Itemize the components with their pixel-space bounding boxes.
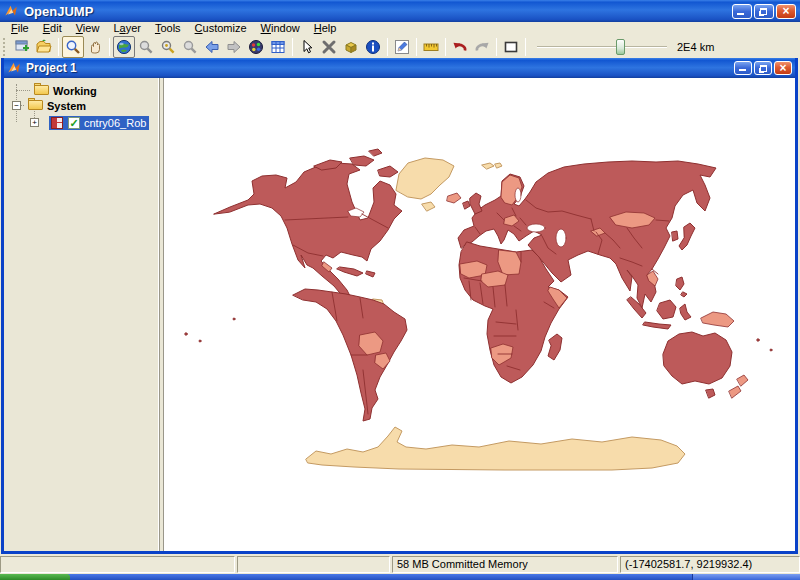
redo-button[interactable]	[471, 36, 493, 58]
main-titlebar: OpenJUMP ×	[0, 0, 800, 22]
change-styles-button[interactable]	[245, 36, 267, 58]
scale-control: 2E4 km	[537, 38, 714, 56]
info-icon	[365, 39, 381, 55]
attribute-table-button[interactable]	[267, 36, 289, 58]
layer-name: cntry06_Rob	[84, 117, 146, 129]
open-project-button[interactable]	[33, 36, 55, 58]
new-project-icon	[14, 39, 30, 55]
restore-button[interactable]	[754, 4, 774, 19]
toolbar-separator	[387, 38, 388, 56]
main-toolbar: 2E4 km	[0, 35, 800, 59]
toolbar-grip[interactable]	[3, 38, 8, 56]
zoom-previous-arrow-icon	[204, 39, 220, 55]
windows-taskbar[interactable]	[0, 574, 800, 580]
zoom-next-button[interactable]	[223, 36, 245, 58]
undo-icon	[452, 39, 468, 55]
zoom-tool-button[interactable]	[62, 36, 84, 58]
undo-button[interactable]	[449, 36, 471, 58]
window-title: OpenJUMP	[24, 4, 93, 19]
map-ireland	[463, 201, 470, 209]
edit-toggle-button[interactable]	[391, 36, 413, 58]
minimize-button[interactable]	[732, 4, 752, 19]
project-close-button[interactable]: ×	[774, 61, 792, 75]
layer-tree-panel: Working − System + ✓ cntry06_Rob	[4, 78, 159, 551]
layer-style-swatch-icon	[51, 117, 63, 129]
select-window-icon	[503, 39, 519, 55]
openjump-logo-icon	[7, 61, 22, 75]
fence-tool-button[interactable]	[318, 36, 340, 58]
project-minimize-button[interactable]	[734, 61, 752, 75]
map-japan	[679, 223, 695, 250]
zoom-realtime-button[interactable]	[157, 36, 179, 58]
info-tool-button[interactable]	[362, 36, 384, 58]
open-project-icon	[36, 39, 52, 55]
status-cell-empty	[237, 556, 390, 573]
project-restore-button[interactable]	[754, 61, 772, 75]
select-cursor-icon	[299, 39, 315, 55]
zoom-full-extent-button[interactable]	[113, 36, 135, 58]
tree-guide	[16, 90, 30, 91]
pan-hand-icon	[87, 39, 103, 55]
map-australia	[663, 332, 732, 384]
measure-tool-button[interactable]	[420, 36, 442, 58]
folder-icon	[34, 85, 49, 96]
project-window: Project 1 × Working −	[1, 58, 798, 554]
map-new-guinea	[701, 312, 734, 327]
slider-thumb[interactable]	[616, 39, 625, 55]
status-cell-empty	[0, 556, 235, 573]
menu-customize[interactable]: Customize	[188, 22, 254, 35]
tree-layer-row[interactable]: + ✓ cntry06_Rob	[30, 115, 149, 130]
close-button[interactable]: ×	[776, 4, 796, 19]
map-baltic-sea	[515, 188, 521, 202]
zoom-last-icon	[182, 39, 198, 55]
openjump-logo-icon	[4, 4, 19, 18]
map-sulawesi	[680, 304, 691, 320]
menu-window[interactable]: Window	[254, 22, 307, 35]
layer-selection[interactable]: ✓ cntry06_Rob	[49, 116, 149, 130]
map-madagascar	[548, 334, 562, 360]
redo-icon	[474, 39, 490, 55]
new-project-button[interactable]	[11, 36, 33, 58]
start-button[interactable]	[0, 574, 70, 580]
menu-help[interactable]: Help	[307, 22, 344, 35]
zoom-next-arrow-icon	[226, 39, 242, 55]
pan-tool-button[interactable]	[84, 36, 106, 58]
map-greenland	[396, 158, 454, 199]
feature-info-button[interactable]	[340, 36, 362, 58]
measure-ruler-icon	[423, 39, 439, 55]
zoom-last-button[interactable]	[179, 36, 201, 58]
scale-slider[interactable]	[537, 38, 667, 56]
collapse-expander-icon[interactable]: −	[12, 101, 21, 110]
select-window-button[interactable]	[500, 36, 522, 58]
zoom-icon	[65, 39, 81, 55]
system-tray	[692, 574, 800, 580]
status-coordinates: (-17402581.7, 9219932.4)	[620, 556, 800, 573]
menu-tools[interactable]: Tools	[148, 22, 188, 35]
expand-expander-icon[interactable]: +	[30, 118, 39, 127]
menu-file[interactable]: File	[4, 22, 36, 35]
layer-visibility-checkbox[interactable]: ✓	[68, 117, 80, 129]
menu-edit[interactable]: Edit	[36, 22, 69, 35]
toolbar-separator	[416, 38, 417, 56]
toolbar-separator	[496, 38, 497, 56]
change-styles-palette-icon	[248, 39, 264, 55]
map-java	[643, 322, 671, 329]
toolbar-separator	[109, 38, 110, 56]
map-black-sea	[527, 224, 545, 232]
fence-icon	[321, 39, 337, 55]
map-niger-chad	[481, 271, 508, 287]
menu-layer[interactable]: Layer	[106, 22, 148, 35]
map-philippines	[676, 277, 684, 290]
menu-view[interactable]: View	[69, 22, 107, 35]
map-view[interactable]	[164, 78, 795, 551]
status-bar: 58 MB Committed Memory (-17402581.7, 921…	[0, 556, 800, 573]
zoom-to-selection-button[interactable]	[135, 36, 157, 58]
tree-folder-system[interactable]: − System	[12, 98, 86, 113]
menu-bar: File Edit View Layer Tools Customize Win…	[0, 22, 800, 35]
tree-folder-working[interactable]: Working	[31, 83, 97, 98]
select-tool-button[interactable]	[296, 36, 318, 58]
map-iceland	[447, 193, 461, 203]
zoom-previous-button[interactable]	[201, 36, 223, 58]
project-titlebar[interactable]: Project 1 ×	[4, 58, 795, 78]
attribute-table-icon	[270, 39, 286, 55]
